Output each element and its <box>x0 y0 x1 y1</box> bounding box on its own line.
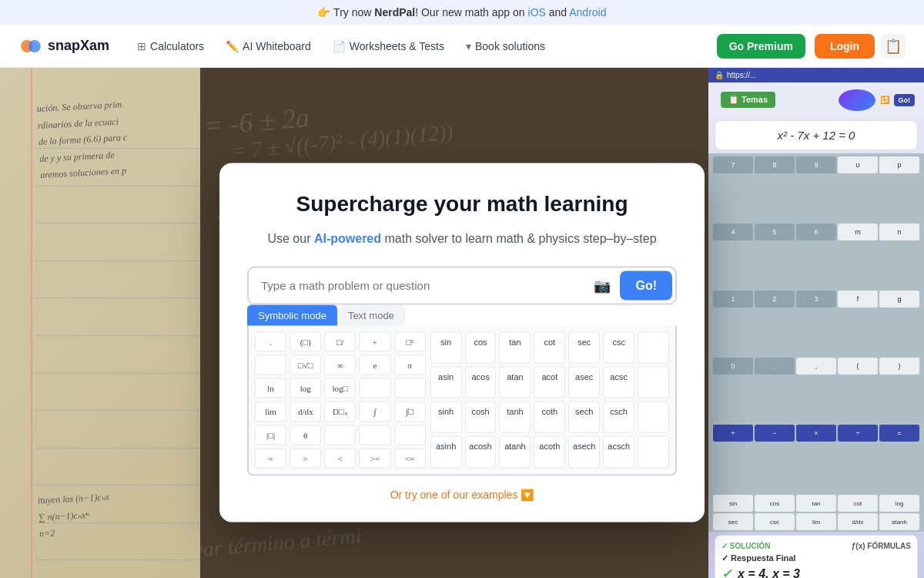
phone-key-lim[interactable]: lim <box>796 513 836 530</box>
phone-key-1[interactable]: 1 <box>713 291 753 307</box>
calc-key-pi[interactable]: π <box>394 355 426 375</box>
trig-csc[interactable]: csc <box>603 331 634 363</box>
phone-key-g[interactable]: g <box>879 291 919 307</box>
camera-icon[interactable]: 📷 <box>588 277 617 294</box>
trig-csch[interactable]: csch <box>603 402 634 433</box>
phone-key-divide[interactable]: ÷ <box>838 425 878 442</box>
calc-key-ddx[interactable]: d/dx <box>290 401 321 422</box>
examples-link[interactable]: Or try one of our examples 🔽 <box>247 488 677 500</box>
trig-tan[interactable]: tan <box>499 331 531 363</box>
phone-key-5[interactable]: 5 <box>755 223 795 240</box>
calc-key-gte[interactable]: >= <box>359 448 390 468</box>
phone-key-times[interactable]: × <box>796 425 836 442</box>
phone-key-2[interactable]: 2 <box>755 291 795 307</box>
trig-sec[interactable]: sec <box>568 331 600 363</box>
trig-acsch[interactable]: acsch <box>603 436 634 468</box>
trig-asin[interactable]: asin <box>430 366 462 398</box>
phone-key-ddx[interactable]: d/dx <box>838 513 878 530</box>
phone-key-9[interactable]: 9 <box>796 156 836 173</box>
calc-key-ln[interactable]: ln <box>255 378 286 398</box>
phone-key-m[interactable]: m <box>838 223 878 240</box>
trig-acoth[interactable]: acoth <box>534 436 565 468</box>
trig-sech[interactable]: sech <box>568 402 600 433</box>
trig-sin[interactable]: sin <box>430 331 462 363</box>
calc-key-plus[interactable]: + <box>359 331 390 351</box>
calc-key-inf[interactable]: ∞ <box>324 355 356 375</box>
phone-key-4[interactable]: 4 <box>713 223 753 240</box>
phone-key-sec[interactable]: sec <box>713 513 753 530</box>
phone-key-n[interactable]: n <box>879 223 919 240</box>
calc-key-e[interactable]: e <box>359 355 390 375</box>
logo[interactable]: snapXam <box>18 34 109 59</box>
phone-key-f[interactable]: f <box>838 291 878 307</box>
login-button[interactable]: Login <box>815 34 875 59</box>
calc-key-lte[interactable]: <= <box>394 448 426 468</box>
calc-key-int[interactable]: ∫ <box>359 401 390 422</box>
phone-key-sin[interactable]: sin <box>713 495 753 512</box>
calc-key-sq[interactable]: □² <box>394 331 426 351</box>
phone-key-atanh[interactable]: atanh <box>879 513 919 530</box>
phone-key-0[interactable]: 0 <box>713 358 753 375</box>
phone-key-csc[interactable]: csc <box>755 513 795 530</box>
go-premium-button[interactable]: Go Premium <box>717 34 805 59</box>
phone-key-lparen[interactable]: ( <box>838 358 878 375</box>
calc-key-lim[interactable]: lim <box>255 401 286 422</box>
phone-key-comma[interactable]: , <box>796 358 836 375</box>
trig-coth[interactable]: coth <box>534 402 565 433</box>
trig-atan[interactable]: atan <box>499 366 531 398</box>
phone-key-3[interactable]: 3 <box>796 291 836 307</box>
phone-key-plus[interactable]: + <box>713 425 753 442</box>
nav-ai-whiteboard[interactable]: ✏️ AI Whiteboard <box>216 35 320 57</box>
calc-key-logb[interactable]: log□ <box>324 378 356 398</box>
calc-key-eq[interactable]: = <box>255 448 286 468</box>
calc-key-dot[interactable]: . <box>255 331 286 351</box>
phone-key-7[interactable]: 7 <box>713 156 753 173</box>
phone-key-u[interactable]: u <box>838 156 878 173</box>
phone-key-tan[interactable]: tan <box>796 495 836 512</box>
banner-android-link[interactable]: Android <box>569 6 606 18</box>
trig-atanh[interactable]: atanh <box>499 436 531 468</box>
go-button[interactable]: Go! <box>620 271 672 300</box>
phone-key-rparen[interactable]: ) <box>879 358 919 375</box>
trig-tanh[interactable]: tanh <box>499 402 531 433</box>
trig-acosh[interactable]: acosh <box>465 436 497 468</box>
phone-key-8[interactable]: 8 <box>755 156 795 173</box>
phone-key-cot[interactable]: cot <box>838 495 878 512</box>
trig-asech[interactable]: asech <box>568 436 600 468</box>
trig-cos[interactable]: cos <box>465 331 497 363</box>
phone-key-equals[interactable]: = <box>879 425 919 442</box>
trig-asinh[interactable]: asinh <box>430 436 462 468</box>
phone-key-6[interactable]: 6 <box>796 223 836 240</box>
nav-worksheets[interactable]: 📄 Worksheets & Tests <box>323 35 454 57</box>
calc-key-intb[interactable]: ∫□ <box>394 401 426 422</box>
math-input[interactable] <box>249 270 588 301</box>
trig-sinh[interactable]: sinh <box>430 402 462 433</box>
banner-ios-link[interactable]: iOS <box>528 6 546 18</box>
trig-acos[interactable]: acos <box>465 366 497 398</box>
calc-key-frac[interactable]: □/ <box>324 331 356 351</box>
trig-acot[interactable]: acot <box>534 366 565 398</box>
calc-key-theta[interactable]: θ <box>290 425 321 445</box>
phone-key-minus[interactable]: − <box>755 425 795 442</box>
phone-key-log[interactable]: log <box>879 495 919 512</box>
trig-cosh[interactable]: cosh <box>465 402 497 433</box>
trig-acsc[interactable]: acsc <box>603 366 634 398</box>
phone-key-cos[interactable]: cos <box>755 495 795 512</box>
calc-key-nrt[interactable]: □√□ <box>290 355 321 375</box>
text-mode-tab[interactable]: Text mode <box>337 304 405 325</box>
trig-cot[interactable]: cot <box>534 331 565 363</box>
trig-asec[interactable]: asec <box>568 366 600 398</box>
calc-key-lt[interactable]: < <box>324 448 356 468</box>
calc-key-paren[interactable]: (□) <box>290 331 321 351</box>
calc-key-gt[interactable]: > <box>290 448 321 468</box>
phone-key-p[interactable]: p <box>879 156 919 173</box>
nav-calculators[interactable]: ⊞ Calculators <box>128 35 213 57</box>
symbolic-mode-tab[interactable]: Symbolic mode <box>247 304 337 325</box>
user-icon[interactable]: 📋 <box>881 34 906 59</box>
calc-key-abs[interactable]: |□| <box>255 425 286 445</box>
phone-key-dot[interactable]: . <box>755 358 795 375</box>
calc-key-dx[interactable]: D□ₓ <box>324 401 356 422</box>
calc-key-log[interactable]: log <box>290 378 321 398</box>
phone-temas-button[interactable]: 📋 Temas <box>721 92 775 108</box>
nav-book-solutions[interactable]: ▾ Book solutions <box>457 35 554 57</box>
